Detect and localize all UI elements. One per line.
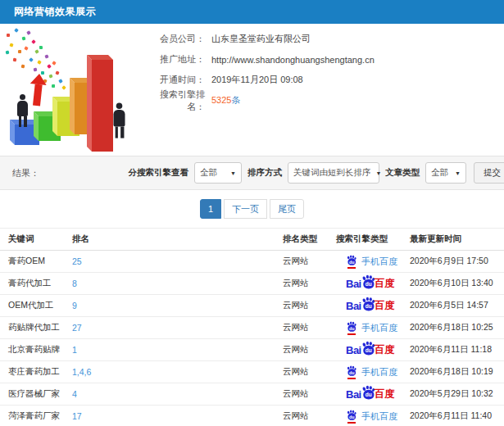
page-button-current[interactable]: 1 — [200, 199, 221, 219]
rank-type-cell: 云网站 — [283, 278, 309, 288]
rank-count-unit: 条 — [231, 95, 240, 105]
rank-type-cell: 云网站 — [283, 366, 309, 376]
table-row: 药贴牌代加工 27 云网站 du — [0, 317, 504, 339]
filter-controls: 分搜索引擎查看 全部 ▼ 排序方式 关键词由短到长排序 ▼ 文章类型 全部 ▼ … — [129, 162, 504, 184]
baidu-logo: Bai du 百度 — [346, 341, 402, 359]
baidu-logo-bai: Bai — [346, 278, 361, 290]
mobile-baidu-label: 手机百度 — [361, 322, 397, 334]
promo-url-link[interactable]: http://www.shandonghuangshengtang.cn — [211, 55, 375, 65]
keyword-cell: 枣庄膏药加工 — [8, 366, 60, 376]
mobile-baidu-red-bar — [347, 378, 356, 379]
rank-link[interactable]: 8 — [72, 279, 77, 288]
open-time-value: 2019年11月20日 09:08 — [211, 74, 303, 86]
mobile-baidu-paw-icon: du — [346, 410, 357, 424]
header-rank-type: 排名类型 — [275, 229, 328, 251]
baidu-logo-cn: 百度 — [375, 387, 395, 401]
updated-time-cell: 2020年6月11日 11:18 — [410, 344, 492, 354]
header-engine-type: 搜索引擎类型 — [328, 229, 402, 251]
baidu-logo-cn: 百度 — [375, 277, 395, 291]
field-promo-url: 推广地址： http://www.shandonghuangshengtang.… — [152, 49, 504, 70]
field-open-time: 开通时间： 2019年11月20日 09:08 — [152, 70, 504, 90]
rank-type-cell: 云网站 — [283, 322, 309, 332]
table-header-row: 关键词 排名 排名类型 搜索引擎类型 最新更新时间 — [0, 229, 504, 251]
page-title: 网络营销效果展示 — [14, 5, 96, 19]
keyword-cell: 膏药OEM — [8, 256, 45, 265]
table-row: 膏药代加工 8 云网站 Bai du 百度 — [0, 273, 504, 295]
submit-button[interactable]: 提交 — [474, 162, 504, 184]
mobile-baidu-label: 手机百度 — [361, 256, 397, 268]
keyword-cell: 膏药代加工 — [8, 278, 52, 288]
businessman-left — [17, 94, 28, 127]
svg-text:du: du — [366, 347, 372, 353]
article-type-selected-value: 全部 — [431, 167, 448, 179]
rank-link[interactable]: 1 — [72, 345, 77, 355]
rank-link[interactable]: 17 — [72, 411, 82, 421]
sort-selected-value: 关键词由短到长排序 — [293, 167, 371, 179]
rank-type-cell: 云网站 — [283, 410, 309, 420]
table-row: 医疗器械厂家 4 云网站 Bai du 百度 — [0, 383, 504, 406]
title-bar: 网络营销效果展示 — [0, 0, 504, 24]
keyword-cell: OEM代加工 — [8, 300, 53, 310]
rank-type-cell: 云网站 — [283, 344, 309, 354]
field-label: 搜索引擎排名： — [152, 88, 205, 113]
svg-text:du: du — [366, 392, 372, 397]
header-updated-time: 最新更新时间 — [402, 229, 504, 251]
member-info-fields: 会员公司： 山东皇圣堂药业有限公司 推广地址： http://www.shand… — [152, 29, 504, 111]
updated-time-cell: 2020年6月18日 10:19 — [410, 366, 493, 376]
up-arrow-icon — [28, 73, 48, 106]
mobile-baidu-logo: du 手机百度 — [346, 255, 402, 269]
engine-view-select[interactable]: 全部 ▼ — [194, 162, 242, 184]
rank-link[interactable]: 9 — [72, 301, 77, 310]
keyword-cell: 药贴牌代加工 — [8, 322, 60, 332]
svg-text:du: du — [349, 259, 355, 264]
member-company-link[interactable]: 山东皇圣堂药业有限公司 — [211, 33, 311, 45]
baidu-logo-cn: 百度 — [375, 299, 395, 313]
rank-link[interactable]: 27 — [72, 323, 82, 333]
table-row: 枣庄膏药加工 1,4,6 云网站 du — [0, 361, 504, 383]
svg-text:du: du — [366, 303, 372, 309]
table-row: OEM代加工 9 云网站 Bai du 百度 — [0, 295, 504, 317]
growth-chart-illustration — [0, 24, 148, 155]
mobile-baidu-paw-icon: du — [346, 255, 357, 269]
baidu-logo-cn: 百度 — [375, 343, 395, 357]
field-label: 推广地址： — [152, 53, 205, 66]
updated-time-cell: 2020年6月5日 14:57 — [410, 300, 488, 310]
table-row: 膏药OEM 25 云网站 du — [0, 251, 504, 273]
businessman-right — [113, 102, 125, 138]
keyword-cell: 北京膏药贴牌 — [8, 344, 60, 354]
baidu-logo: Bai du 百度 — [346, 385, 402, 403]
rank-link[interactable]: 4 — [72, 389, 77, 399]
updated-time-cell: 2020年6月18日 10:25 — [410, 322, 493, 332]
updated-time-cell: 2020年6月9日 17:50 — [410, 256, 488, 265]
baidu-logo: Bai du 百度 — [346, 274, 402, 292]
keyword-cell: 医疗器械厂家 — [8, 388, 60, 398]
article-type-select[interactable]: 全部 ▼ — [425, 162, 466, 184]
svg-text:du: du — [349, 414, 355, 419]
field-engine-rank-count: 搜索引擎排名： 5325条 — [152, 90, 504, 111]
mobile-baidu-label: 手机百度 — [361, 410, 397, 423]
chevron-down-icon: ▼ — [450, 170, 461, 176]
results-table: 关键词 排名 排名类型 搜索引擎类型 最新更新时间 膏药OEM 25 云网站 — [0, 228, 504, 426]
mobile-baidu-label: 手机百度 — [361, 366, 397, 378]
rank-link[interactable]: 1,4,6 — [72, 367, 91, 377]
updated-time-cell: 2020年6月10日 13:40 — [410, 278, 493, 288]
sort-select[interactable]: 关键词由短到长排序 ▼ — [288, 162, 379, 184]
rank-type-cell: 云网站 — [283, 300, 309, 310]
mobile-baidu-red-bar — [347, 267, 356, 269]
page-button-last[interactable]: 尾页 — [270, 199, 304, 219]
table-row: 菏泽膏药厂家 17 云网站 du — [0, 406, 504, 426]
rank-link[interactable]: 25 — [72, 256, 82, 266]
page-button-next[interactable]: 下一页 — [224, 199, 267, 219]
mobile-baidu-logo: du 手机百度 — [346, 410, 402, 424]
bar-red — [92, 60, 113, 152]
mobile-baidu-paw-icon: du — [346, 365, 357, 379]
mobile-baidu-red-bar — [347, 422, 356, 424]
updated-time-cell: 2020年5月29日 10:32 — [410, 388, 493, 398]
svg-text:du: du — [349, 325, 355, 330]
rank-type-cell: 云网站 — [283, 388, 309, 398]
updated-time-cell: 2020年6月11日 11:40 — [410, 410, 492, 420]
svg-text:du: du — [349, 369, 355, 374]
results-table-body: 膏药OEM 25 云网站 du — [0, 251, 504, 426]
table-row: 北京膏药贴牌 1 云网站 Bai du 百度 — [0, 339, 504, 361]
chevron-down-icon: ▼ — [371, 170, 382, 176]
